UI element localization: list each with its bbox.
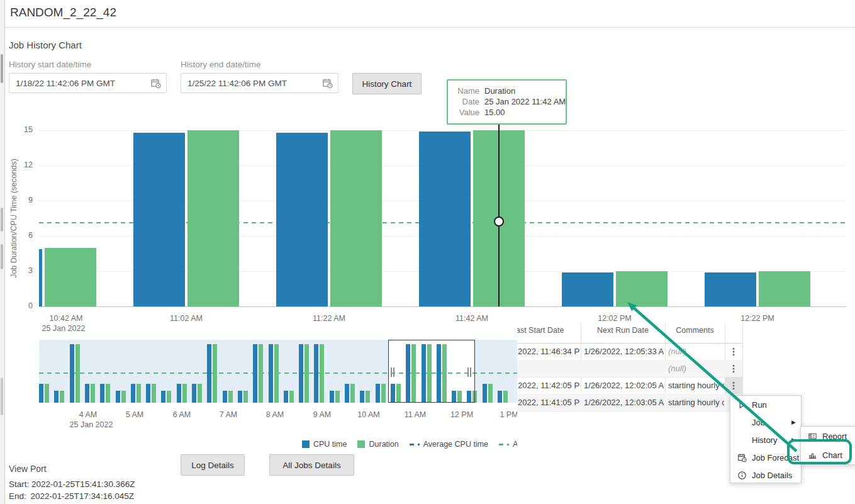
overview-bar-duration [106,384,110,403]
menu-item-job-forecast[interactable]: Job Forecast [730,449,801,466]
kebab-icon [729,364,738,374]
bar-duration[interactable] [616,271,668,306]
bar-duration[interactable] [330,130,382,306]
kebab-icon [729,381,738,391]
submenu-arrow-icon: ▶ [791,437,796,443]
overview-bar-cpu [207,344,211,403]
legend-label: CPU time [313,440,347,449]
bar-duration[interactable] [187,130,239,306]
menu-item-label: History [752,435,777,445]
overview-bar-duration [75,344,80,403]
overview-x-tick-label: 6 AM [160,410,204,419]
column-header-comments[interactable]: Comments [665,326,725,335]
overview-bar-duration [228,391,233,403]
overview-bar-cpu [116,391,120,403]
menu-item-history[interactable]: History▶ [730,431,801,449]
overview-x-tick-label: 8 AM [253,410,297,419]
overview-bar-duration [167,391,171,403]
kebab-icon [729,347,738,357]
overview-x-tick-label: 5 AM [113,410,157,419]
column-header-next-run-date[interactable]: Next Run Date [581,326,665,335]
bar-cpu-time[interactable] [419,132,471,306]
cell-next-run-date: 1/26/2022, 12:03:05 AM [584,398,664,407]
menu-item-run[interactable]: Run [730,396,801,413]
cell-last-start-date: 2022, 11:41:05 PM [518,398,580,407]
bar-cpu-time[interactable] [562,272,613,306]
legend-dash-swatch [410,444,420,445]
row-kebab-menu-button[interactable] [725,377,742,394]
info-icon [737,470,747,480]
submenu-item-report[interactable]: Report [801,427,855,445]
x-tick-label: 12:22 PM [732,314,783,323]
overview-bar-duration [182,384,187,403]
gridline-y0 [39,306,846,307]
overview-x-tick-label: 7 AM [206,410,250,419]
row-kebab-menu-button[interactable] [725,343,742,360]
menu-item-job-details[interactable]: Job Details [730,466,801,484]
overview-bar-duration [350,384,355,403]
x-tick-label: 12:02 PM [590,314,640,323]
overview-bar-cpu [238,391,242,403]
overview-bar-cpu [360,391,364,403]
viewport-end-value: 2022-01-25T17:34:16.045Z [31,491,134,501]
overview-bar-cpu [314,344,318,403]
column-header-last-start-date[interactable]: Last Start Date [517,326,583,335]
submenu-item-chart[interactable]: Chart [801,445,855,464]
bar-cpu-time[interactable] [133,133,185,306]
overview-bar-cpu [345,384,349,403]
x-tick-label: 10:42 AM [41,314,91,323]
bar-cpu-time[interactable] [276,133,328,306]
menu-icon-spacer [737,435,747,445]
overview-x-tick-label: 10 AM [347,410,391,419]
row-kebab-menu-button[interactable] [725,360,742,377]
job-history-chart: 03691215Job Duration/CPU Time (seconds)1… [0,0,855,340]
table-row-border [517,411,742,412]
viewport-end: End: 2022-01-25T17:34:16.045Z [9,491,134,501]
x-tick-label: 11:42 AM [447,314,497,323]
cell-comments: starting hourly c [668,398,724,407]
overview-bar-cpu [39,384,43,403]
tooltip-date-label: Date [453,96,479,107]
y-axis-title: Job Duration/CPU Time (seconds) [9,159,18,278]
menu-item-label: Job Forecast [752,453,799,462]
cell-next-run-date: 1/26/2022, 12:05:33 AM [584,347,664,356]
overview-bar-cpu [177,384,181,403]
bar-chart-icon [807,450,817,460]
overview-bar-cpu [70,344,74,403]
viewport-start-value: 2022-01-25T15:41:30.366Z [31,479,135,489]
selection-left-handle-icon[interactable] [391,367,396,377]
overview-bar-duration [198,384,202,403]
y-tick-label: 12 [16,160,33,169]
overview-x-tick-label: 9 AM [300,410,344,419]
overview-bar-cpu [85,384,89,403]
legend-square-swatch [357,440,365,448]
legend-item-average-cpu-time[interactable]: Average CPU time [410,440,488,449]
overview-bar-cpu [100,384,104,403]
gridline-y15 [39,130,846,131]
menu-item-job[interactable]: Job▶ [730,413,801,431]
zoom-selection-window[interactable] [388,340,475,403]
cell-last-start-date: 2022, 11:42:05 PM [518,381,580,390]
overview-bar-duration [91,384,95,403]
viewport-end-label: End: [9,491,26,501]
overview-bar-duration [381,384,386,403]
bar-duration[interactable] [45,248,96,306]
row-context-menu: RunJob▶History▶Job ForecastJob Details [730,395,802,483]
cell-comments: (null) [668,347,724,356]
log-details-button[interactable]: Log Details [181,454,245,476]
all-jobs-details-button[interactable]: All Jobs Details [269,454,354,476]
overview-bar-duration [305,344,309,403]
overview-bar-cpu [498,391,502,403]
submenu-item-label: Report [822,432,847,441]
selection-right-handle-icon[interactable] [467,367,472,377]
overview-bar-cpu [330,391,334,403]
bar-cpu-time[interactable] [705,272,756,306]
bar-duration[interactable] [759,271,810,306]
legend-item-cpu-time[interactable]: CPU time [302,440,347,449]
cell-next-run-date: 1/26/2022, 12:02:05 AM [584,381,664,390]
overview-bar-duration [243,391,248,403]
bar-cpu-time[interactable] [39,249,42,306]
legend-item-duration[interactable]: Duration [357,440,398,449]
viewport-start-label: Start: [9,479,29,489]
overview-bar-cpu [146,384,150,403]
